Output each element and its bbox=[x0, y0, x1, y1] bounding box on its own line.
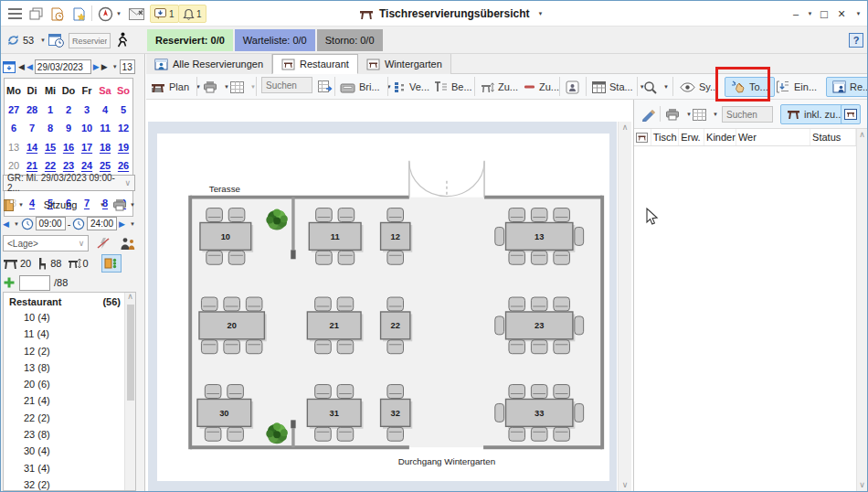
next-year-arrow[interactable]: ▶ bbox=[101, 62, 108, 71]
scroll-down-icon[interactable]: ∨ bbox=[859, 481, 865, 489]
window-menu-dropdown[interactable]: ▼ bbox=[851, 1, 863, 27]
date-dropdown[interactable]: ▼ bbox=[112, 64, 118, 70]
people-icon[interactable] bbox=[120, 237, 135, 251]
print-reservations-button[interactable]: ▼ bbox=[665, 104, 692, 124]
session-selector[interactable]: GR: Mi. 29/03/2023 09:00-2...∨ bbox=[3, 175, 135, 191]
plan-button[interactable]: Plan▼ bbox=[151, 77, 201, 97]
table-view-toggle[interactable] bbox=[841, 104, 861, 124]
calendar-day[interactable]: 13 bbox=[8, 142, 19, 154]
calendar-today-icon[interactable] bbox=[3, 60, 16, 73]
calendar-day[interactable]: 23 bbox=[63, 160, 74, 172]
calendar-day[interactable]: 20 bbox=[8, 160, 19, 172]
next-month-arrow[interactable]: ▶ bbox=[93, 62, 100, 71]
table-list-item[interactable]: 32 (2) bbox=[4, 476, 135, 491]
calendar-day[interactable]: 27 bbox=[8, 104, 19, 116]
grid-options-button[interactable]: ▼ bbox=[693, 104, 718, 124]
plan-search-input[interactable] bbox=[261, 77, 312, 93]
calendar-day[interactable]: 4 bbox=[102, 104, 108, 116]
include-assigned-toggle[interactable]: inkl. zu... bbox=[780, 104, 850, 124]
scroll-up-icon[interactable]: ∧ bbox=[622, 123, 629, 132]
print-button[interactable]: ▼ bbox=[203, 77, 229, 97]
calendar-day[interactable]: 6 bbox=[11, 123, 16, 134]
notifications-flag-badge[interactable]: 1 bbox=[150, 5, 179, 23]
add-table-input[interactable] bbox=[19, 275, 50, 291]
column-header[interactable]: Erw. bbox=[679, 129, 704, 145]
calendar-day[interactable]: 28 bbox=[26, 104, 37, 116]
calendar-day[interactable]: 7 bbox=[29, 123, 35, 134]
calendar-day[interactable]: 10 bbox=[81, 123, 92, 134]
add-icon[interactable] bbox=[3, 276, 16, 289]
column-header[interactable]: Tisch bbox=[651, 129, 680, 145]
zoom-button[interactable]: ▼ bbox=[643, 77, 669, 97]
printer-dropdown[interactable]: ▼ bbox=[130, 202, 135, 208]
calendar-day[interactable]: 21 bbox=[26, 160, 37, 172]
time-prev-arrow[interactable]: ◀ bbox=[3, 219, 9, 229]
sitzung-dropdown[interactable]: ▼ bbox=[100, 202, 105, 208]
calendar-day[interactable]: 11 bbox=[100, 123, 111, 134]
prev-month-arrow[interactable]: ◀ bbox=[26, 62, 33, 71]
notifications-bell-badge[interactable]: 1 bbox=[178, 5, 206, 23]
prev-year-arrow[interactable]: ◀ bbox=[18, 62, 25, 71]
time-prev-dropdown[interactable]: ▼ bbox=[14, 221, 19, 227]
scrollbar-thumb[interactable] bbox=[127, 305, 134, 401]
compass-icon[interactable]: ▼ bbox=[96, 5, 123, 23]
calendar-day[interactable]: 16 bbox=[63, 142, 74, 154]
calendar-day[interactable]: 1 bbox=[48, 104, 53, 116]
calendar-day[interactable]: 9 bbox=[66, 123, 71, 134]
column-header[interactable]: Wer bbox=[736, 129, 810, 145]
calendar-day[interactable]: 15 bbox=[45, 142, 56, 154]
calendar-day[interactable]: 5 bbox=[121, 104, 126, 116]
table-list-item[interactable]: 21 (4) bbox=[4, 392, 135, 409]
notebook-icon[interactable] bbox=[3, 198, 16, 212]
table-list-item[interactable]: 10 (4) bbox=[4, 309, 135, 326]
no-flash-icon[interactable] bbox=[96, 237, 111, 250]
calendar-clock-icon[interactable] bbox=[48, 32, 64, 49]
table-list-item[interactable]: 22 (2) bbox=[4, 410, 135, 426]
maximize-button[interactable]: □ bbox=[816, 1, 832, 27]
table-list-item[interactable]: 11 (4) bbox=[4, 326, 135, 342]
document-clock-icon[interactable] bbox=[48, 5, 67, 23]
calendar-day[interactable]: 3 bbox=[84, 104, 90, 116]
reservation-scrollbar[interactable]: ∧ ∨ bbox=[856, 129, 867, 491]
calendar-day[interactable]: 8 bbox=[48, 123, 53, 134]
table-list-item[interactable]: 31 (4) bbox=[4, 460, 135, 476]
calendar-day[interactable]: 22 bbox=[45, 160, 56, 172]
briefkasten-button[interactable]: Bri...▼ bbox=[340, 77, 392, 97]
time-next-dropdown[interactable]: ▼ bbox=[130, 221, 135, 227]
calendar-day[interactable]: 26 bbox=[118, 160, 129, 172]
windows-copy-icon[interactable] bbox=[26, 5, 45, 23]
layout-mode-button[interactable] bbox=[101, 254, 122, 273]
calendar-day[interactable]: 25 bbox=[100, 160, 111, 172]
lage-select[interactable]: <Lage>∨ bbox=[3, 235, 89, 251]
calendar-day[interactable]: 17 bbox=[81, 142, 92, 154]
verteilung-button[interactable]: Ve... bbox=[394, 77, 429, 97]
table-list-item[interactable]: 23 (8) bbox=[4, 426, 135, 443]
refresh-dropdown[interactable]: ▼ bbox=[40, 37, 46, 43]
hamburger-menu-icon[interactable] bbox=[5, 5, 24, 23]
window-title-group[interactable]: Tischreservierungsübersicht ▼ bbox=[359, 1, 543, 27]
table-list-item[interactable]: 13 (8) bbox=[4, 359, 135, 376]
reservation-panel-toggle[interactable]: Re... bbox=[826, 77, 868, 97]
reservation-search-input[interactable] bbox=[69, 33, 111, 48]
calendar-day[interactable]: 12 bbox=[118, 123, 129, 134]
refresh-icon[interactable] bbox=[6, 33, 20, 48]
calendar-day[interactable]: 14 bbox=[26, 142, 37, 154]
plan-scrollbar[interactable]: ∧ ∨ bbox=[618, 122, 631, 491]
grid-view-button[interactable]: ▼ bbox=[230, 77, 256, 97]
minimize-dropdown[interactable]: ▼ bbox=[803, 1, 814, 27]
column-table-icon[interactable] bbox=[634, 129, 651, 145]
time-next-arrow[interactable]: ▶ bbox=[119, 219, 125, 229]
table-list-item[interactable]: 30 (4) bbox=[4, 443, 135, 459]
scroll-up-icon[interactable]: ∧ bbox=[127, 293, 133, 301]
scroll-down-icon[interactable]: ∨ bbox=[622, 481, 629, 489]
column-header[interactable]: Status bbox=[810, 129, 856, 145]
printer-icon[interactable] bbox=[112, 198, 127, 211]
plan-table-20[interactable]: 20 bbox=[199, 297, 267, 354]
export-table-button[interactable] bbox=[318, 77, 333, 97]
einstellungen-button[interactable]: Ein... bbox=[776, 77, 817, 97]
calendar-day[interactable]: 19 bbox=[118, 142, 129, 154]
plan-canvas[interactable]: Terasse Durchgang Wintergarten 101112132… bbox=[157, 134, 609, 481]
reservation-table-header[interactable]: TischErw.KinderWerStatus bbox=[634, 129, 856, 146]
sync-view-button[interactable]: Sy... bbox=[680, 77, 718, 97]
column-header[interactable]: Kinder bbox=[704, 129, 736, 145]
